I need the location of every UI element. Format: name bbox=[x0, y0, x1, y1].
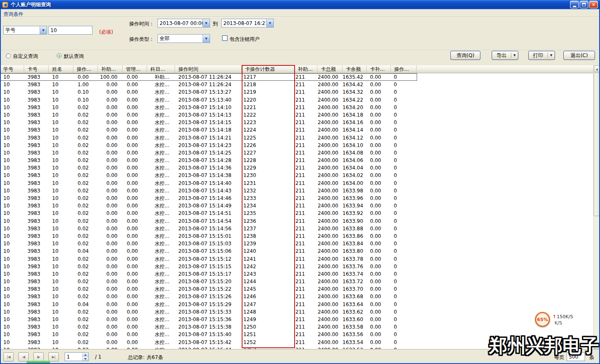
table-cell: 10 bbox=[0, 194, 24, 202]
table-row[interactable]: 103983100.020.000.00水控...2013-08-07 15:1… bbox=[0, 308, 417, 316]
page-input[interactable] bbox=[65, 353, 82, 361]
table-row[interactable]: 103983100.020.000.00水控...2013-08-07 15:1… bbox=[0, 164, 417, 172]
table-cell: 3983 bbox=[24, 157, 49, 164]
table-row[interactable]: 103983100.020.000.00水控...2013-08-07 15:1… bbox=[0, 142, 417, 149]
watermark: 郑州兴邦电子 bbox=[489, 334, 599, 358]
table-cell: 0.00 bbox=[367, 285, 391, 293]
default-query-radio[interactable] bbox=[57, 53, 62, 58]
table-row[interactable]: 103983100.020.000.00水控...2013-08-07 15:1… bbox=[0, 331, 417, 338]
print-dropdown-icon[interactable]: ▼ bbox=[548, 54, 555, 57]
table-row[interactable]: 103983100.020.000.00水控...2013-08-07 15:1… bbox=[0, 157, 417, 164]
chevron-down-icon[interactable]: ▼ bbox=[202, 35, 210, 42]
time-to-select[interactable]: 2013-08-07 16:21 ▼ bbox=[221, 19, 274, 27]
column-header-5[interactable]: 管理... bbox=[122, 65, 147, 73]
spin-down-button[interactable] bbox=[82, 357, 88, 361]
table-row[interactable]: 103983100.020.000.00水控...2013-08-07 15:1… bbox=[0, 187, 417, 194]
table-row[interactable]: 103983100.020.000.00水控...2013-08-07 15:1… bbox=[0, 111, 417, 119]
table-row[interactable]: 103983100.020.000.00水控...2013-08-07 15:1… bbox=[0, 339, 417, 346]
table-row[interactable]: 103983100.020.000.00水控...2013-08-07 15:1… bbox=[0, 263, 417, 270]
table-cell: 10 bbox=[0, 172, 24, 179]
table-row[interactable]: 103983100.020.000.00水控...2013-08-07 15:1… bbox=[0, 225, 417, 232]
table-cell: 0.02 bbox=[73, 323, 98, 331]
table-row[interactable]: 103983100.100.000.00水控...2013-08-07 15:1… bbox=[0, 96, 417, 104]
last-page-button[interactable]: ▶| bbox=[48, 352, 59, 362]
spin-up-icon bbox=[84, 354, 87, 356]
table-row[interactable]: 103983100.020.000.00水控...2013-08-07 15:1… bbox=[0, 180, 417, 187]
table-cell: 1634.42 bbox=[342, 81, 367, 88]
table-cell: 0.04 bbox=[73, 247, 98, 255]
column-header-1[interactable]: 卡号 bbox=[24, 65, 49, 73]
table-row[interactable]: 103983100.00100.000.00补助...2013-08-07 11… bbox=[0, 73, 417, 81]
table-row[interactable]: 103983101.000.000.00水控...2013-08-07 11:2… bbox=[0, 81, 417, 88]
exit-button[interactable]: 退出(C) bbox=[563, 51, 595, 60]
table-row[interactable]: 103983100.020.000.00水控...2013-08-07 15:1… bbox=[0, 240, 417, 247]
table-row[interactable]: 103983100.020.000.00水控...2013-08-07 15:1… bbox=[0, 278, 417, 285]
query-value-input[interactable] bbox=[48, 26, 92, 35]
query-button[interactable]: 查询(Q) bbox=[450, 51, 480, 60]
table-cell: 1633.76 bbox=[342, 263, 367, 270]
next-page-button[interactable]: ▶ bbox=[33, 352, 44, 362]
custom-query-radio[interactable] bbox=[6, 53, 11, 58]
column-header-0[interactable]: 学号 bbox=[0, 65, 24, 73]
table-cell: 10 bbox=[49, 149, 73, 157]
table-row[interactable]: 103983100.020.000.00水控...2013-08-07 15:1… bbox=[0, 293, 417, 300]
table-row[interactable]: 103983100.020.000.00水控...2013-08-07 15:1… bbox=[0, 119, 417, 126]
vertical-scrollbar[interactable]: ▲ ▼ bbox=[593, 65, 600, 349]
table-cell: 水控... bbox=[147, 339, 175, 346]
column-header-11[interactable]: 卡余额 bbox=[342, 65, 367, 73]
table-row[interactable]: 103983100.100.000.00水控...2013-08-07 15:1… bbox=[0, 88, 417, 96]
table-row[interactable]: 103983100.020.000.00水控...2013-08-07 15:1… bbox=[0, 346, 417, 349]
table-row[interactable]: 103983100.020.000.00水控...2013-08-07 15:1… bbox=[0, 104, 417, 111]
table-cell: 2400.00 bbox=[318, 270, 342, 278]
table-row[interactable]: 103983100.020.000.00水控...2013-08-07 15:1… bbox=[0, 323, 417, 331]
spin-up-button[interactable] bbox=[82, 353, 88, 357]
table-row[interactable]: 103983100.020.000.00水控...2013-08-07 15:1… bbox=[0, 202, 417, 209]
column-header-10[interactable]: 卡总额 bbox=[318, 65, 342, 73]
table-cell: 1634.22 bbox=[342, 96, 367, 104]
first-page-button[interactable]: |◀ bbox=[3, 352, 14, 362]
table-row[interactable]: 103983100.040.000.00水控...2013-08-07 15:1… bbox=[0, 301, 417, 308]
table-row[interactable]: 103983100.020.000.00水控...2013-08-07 15:1… bbox=[0, 194, 417, 202]
print-button[interactable]: 打印 ▼ bbox=[528, 51, 555, 60]
table-row[interactable]: 103983100.020.000.00水控...2013-08-07 15:1… bbox=[0, 285, 417, 293]
table-row[interactable]: 103983100.020.000.00水控...2013-08-07 15:1… bbox=[0, 232, 417, 240]
scrollbar-thumb[interactable] bbox=[594, 72, 600, 216]
prev-page-button[interactable]: ◀ bbox=[18, 352, 29, 362]
table-row[interactable]: 103983100.020.000.00水控...2013-08-07 15:1… bbox=[0, 134, 417, 142]
table-row[interactable]: 103983100.020.000.00水控...2013-08-07 15:1… bbox=[0, 316, 417, 323]
table-cell: 0.02 bbox=[73, 240, 98, 247]
chevron-down-icon[interactable]: ▼ bbox=[40, 26, 47, 34]
type-select[interactable]: 全部 ▼ bbox=[158, 34, 210, 43]
export-dropdown-icon[interactable]: ▼ bbox=[511, 54, 518, 57]
table-row[interactable]: 103983100.020.000.00水控...2013-08-07 15:1… bbox=[0, 255, 417, 263]
table-row[interactable]: 103983100.020.000.00水控...2013-08-07 15:1… bbox=[0, 209, 417, 217]
table-row[interactable]: 103983100.020.000.00水控...2013-08-07 15:1… bbox=[0, 270, 417, 278]
column-header-7[interactable]: 操作时间 bbox=[175, 65, 242, 73]
restore-button[interactable] bbox=[580, 1, 588, 8]
table-row[interactable]: 103983100.040.000.00水控...2013-08-07 15:1… bbox=[0, 247, 417, 255]
time-from-select[interactable]: 2013-08-07 00:00 ▼ bbox=[158, 19, 210, 27]
column-header-2[interactable]: 姓名 bbox=[49, 65, 73, 73]
table-row[interactable]: 103983100.020.000.00水控...2013-08-07 15:1… bbox=[0, 126, 417, 134]
column-header-4[interactable]: 补助... bbox=[98, 65, 122, 73]
include-cancelled-checkbox[interactable] bbox=[222, 35, 228, 41]
column-header-8[interactable]: 卡操作计数器 bbox=[242, 65, 295, 73]
column-header-12[interactable]: 卡补... bbox=[367, 65, 391, 73]
table-cell: 2400.00 bbox=[318, 194, 342, 202]
column-header-9[interactable]: 补助... bbox=[295, 65, 318, 73]
chevron-down-icon[interactable]: ▼ bbox=[266, 19, 273, 27]
column-header-6[interactable]: 科目... bbox=[147, 65, 175, 73]
progress-badge[interactable]: 65% bbox=[535, 312, 550, 327]
close-button[interactable]: ✕ bbox=[589, 1, 598, 8]
minimize-button[interactable] bbox=[570, 1, 579, 8]
table-cell: 0 bbox=[391, 172, 417, 179]
table-row[interactable]: 103983100.020.000.00水控...2013-08-07 15:1… bbox=[0, 149, 417, 157]
column-header-13[interactable]: 操作... bbox=[391, 65, 417, 73]
table-row[interactable]: 103983100.020.000.00水控...2013-08-07 15:1… bbox=[0, 172, 417, 179]
query-field-selector[interactable]: 学号 ▼ bbox=[3, 26, 47, 35]
column-header-3[interactable]: 操作... bbox=[73, 65, 98, 73]
export-button[interactable]: 导出 ▼ bbox=[492, 51, 518, 60]
table-row[interactable]: 103983100.020.000.00水控...2013-08-07 15:1… bbox=[0, 217, 417, 225]
scroll-up-button[interactable]: ▲ bbox=[594, 65, 600, 72]
chevron-down-icon[interactable]: ▼ bbox=[202, 19, 210, 27]
